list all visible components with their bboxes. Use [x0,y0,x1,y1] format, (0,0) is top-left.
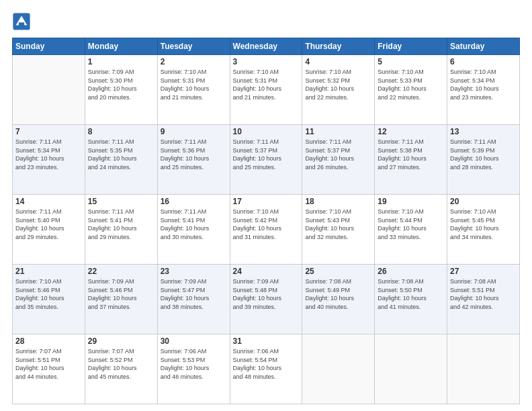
day-info: Sunrise: 7:09 AM Sunset: 5:48 PM Dayligh… [233,277,300,311]
header [12,12,520,31]
day-cell [447,334,520,404]
day-cell: 27Sunrise: 7:08 AM Sunset: 5:51 PM Dayli… [447,265,520,334]
day-number: 15 [88,197,154,206]
day-number: 31 [233,336,300,346]
day-number: 27 [450,267,517,276]
day-number: 11 [305,127,371,136]
day-cell: 25Sunrise: 7:08 AM Sunset: 5:49 PM Dayli… [302,265,375,334]
day-number: 5 [378,57,444,66]
weekday-wednesday: Wednesday [230,38,302,55]
day-info: Sunrise: 7:10 AM Sunset: 5:44 PM Dayligh… [378,208,444,241]
day-cell [13,55,85,125]
day-cell: 28Sunrise: 7:07 AM Sunset: 5:51 PM Dayli… [13,334,85,404]
day-number: 3 [233,57,300,66]
day-info: Sunrise: 7:09 AM Sunset: 5:47 PM Dayligh… [161,277,227,311]
day-cell: 20Sunrise: 7:10 AM Sunset: 5:45 PM Dayli… [447,195,520,265]
day-number: 22 [88,267,154,276]
day-number: 4 [305,57,371,66]
day-cell: 17Sunrise: 7:10 AM Sunset: 5:42 PM Dayli… [230,195,302,265]
day-info: Sunrise: 7:08 AM Sunset: 5:50 PM Dayligh… [378,277,444,311]
day-info: Sunrise: 7:08 AM Sunset: 5:51 PM Dayligh… [450,277,517,311]
day-cell: 6Sunrise: 7:10 AM Sunset: 5:34 PM Daylig… [447,55,520,125]
logo [12,12,34,31]
day-info: Sunrise: 7:07 AM Sunset: 5:51 PM Dayligh… [15,347,82,381]
day-cell: 2Sunrise: 7:10 AM Sunset: 5:31 PM Daylig… [157,55,230,125]
day-info: Sunrise: 7:11 AM Sunset: 5:35 PM Dayligh… [88,138,154,171]
day-cell: 22Sunrise: 7:09 AM Sunset: 5:46 PM Dayli… [85,265,157,334]
day-info: Sunrise: 7:10 AM Sunset: 5:45 PM Dayligh… [450,208,517,241]
svg-rect-2 [19,22,24,26]
day-info: Sunrise: 7:09 AM Sunset: 5:30 PM Dayligh… [88,68,154,101]
day-cell: 23Sunrise: 7:09 AM Sunset: 5:47 PM Dayli… [157,265,230,334]
day-number: 2 [161,57,227,66]
day-cell: 24Sunrise: 7:09 AM Sunset: 5:48 PM Dayli… [230,265,302,334]
day-info: Sunrise: 7:10 AM Sunset: 5:46 PM Dayligh… [15,277,82,311]
day-cell: 3Sunrise: 7:10 AM Sunset: 5:31 PM Daylig… [230,55,302,125]
logo-icon [12,12,31,31]
day-cell [375,334,447,404]
day-number: 25 [305,267,371,276]
day-info: Sunrise: 7:10 AM Sunset: 5:42 PM Dayligh… [233,208,300,241]
day-number: 7 [15,127,82,136]
day-number: 13 [450,127,517,136]
day-info: Sunrise: 7:06 AM Sunset: 5:53 PM Dayligh… [161,347,227,381]
day-number: 30 [161,336,227,346]
day-number: 9 [161,127,227,136]
day-info: Sunrise: 7:09 AM Sunset: 5:46 PM Dayligh… [88,277,154,311]
day-cell: 16Sunrise: 7:11 AM Sunset: 5:41 PM Dayli… [157,195,230,265]
day-info: Sunrise: 7:11 AM Sunset: 5:38 PM Dayligh… [378,138,444,171]
day-cell: 5Sunrise: 7:10 AM Sunset: 5:33 PM Daylig… [375,55,447,125]
day-cell: 9Sunrise: 7:11 AM Sunset: 5:36 PM Daylig… [157,125,230,195]
day-number: 17 [233,197,300,206]
day-cell: 8Sunrise: 7:11 AM Sunset: 5:35 PM Daylig… [85,125,157,195]
weekday-tuesday: Tuesday [157,38,230,55]
weekday-friday: Friday [375,38,447,55]
day-number: 1 [88,57,154,66]
day-number: 18 [305,197,371,206]
day-number: 8 [88,127,154,136]
day-cell: 13Sunrise: 7:11 AM Sunset: 5:39 PM Dayli… [447,125,520,195]
day-number: 26 [378,267,444,276]
day-number: 10 [233,127,300,136]
day-info: Sunrise: 7:08 AM Sunset: 5:49 PM Dayligh… [305,277,371,311]
day-info: Sunrise: 7:11 AM Sunset: 5:37 PM Dayligh… [305,138,371,171]
day-cell [302,334,375,404]
day-number: 23 [161,267,227,276]
week-row-5: 28Sunrise: 7:07 AM Sunset: 5:51 PM Dayli… [13,334,520,404]
day-info: Sunrise: 7:10 AM Sunset: 5:43 PM Dayligh… [305,208,371,241]
day-number: 21 [15,267,82,276]
day-info: Sunrise: 7:11 AM Sunset: 5:41 PM Dayligh… [88,208,154,241]
day-number: 29 [88,336,154,346]
day-cell: 11Sunrise: 7:11 AM Sunset: 5:37 PM Dayli… [302,125,375,195]
day-info: Sunrise: 7:11 AM Sunset: 5:41 PM Dayligh… [161,208,227,241]
day-cell: 26Sunrise: 7:08 AM Sunset: 5:50 PM Dayli… [375,265,447,334]
day-info: Sunrise: 7:10 AM Sunset: 5:31 PM Dayligh… [161,68,227,101]
week-row-1: 1Sunrise: 7:09 AM Sunset: 5:30 PM Daylig… [13,55,520,125]
day-info: Sunrise: 7:11 AM Sunset: 5:36 PM Dayligh… [161,138,227,171]
weekday-header-row: SundayMondayTuesdayWednesdayThursdayFrid… [13,38,520,55]
calendar-table: SundayMondayTuesdayWednesdayThursdayFrid… [12,38,520,404]
day-number: 19 [378,197,444,206]
day-info: Sunrise: 7:11 AM Sunset: 5:37 PM Dayligh… [233,138,300,171]
day-cell: 10Sunrise: 7:11 AM Sunset: 5:37 PM Dayli… [230,125,302,195]
day-number: 20 [450,197,517,206]
day-info: Sunrise: 7:06 AM Sunset: 5:54 PM Dayligh… [233,347,300,381]
day-number: 24 [233,267,300,276]
day-cell: 12Sunrise: 7:11 AM Sunset: 5:38 PM Dayli… [375,125,447,195]
day-info: Sunrise: 7:10 AM Sunset: 5:31 PM Dayligh… [233,68,300,101]
day-number: 16 [161,197,227,206]
day-cell: 4Sunrise: 7:10 AM Sunset: 5:32 PM Daylig… [302,55,375,125]
week-row-2: 7Sunrise: 7:11 AM Sunset: 5:34 PM Daylig… [13,125,520,195]
day-number: 12 [378,127,444,136]
weekday-sunday: Sunday [13,38,85,55]
day-info: Sunrise: 7:11 AM Sunset: 5:40 PM Dayligh… [15,208,82,241]
weekday-saturday: Saturday [447,38,520,55]
day-info: Sunrise: 7:11 AM Sunset: 5:34 PM Dayligh… [15,138,82,171]
day-number: 6 [450,57,517,66]
day-cell: 18Sunrise: 7:10 AM Sunset: 5:43 PM Dayli… [302,195,375,265]
day-cell: 15Sunrise: 7:11 AM Sunset: 5:41 PM Dayli… [85,195,157,265]
day-info: Sunrise: 7:10 AM Sunset: 5:34 PM Dayligh… [450,68,517,101]
day-cell: 14Sunrise: 7:11 AM Sunset: 5:40 PM Dayli… [13,195,85,265]
day-number: 28 [15,336,82,346]
day-info: Sunrise: 7:11 AM Sunset: 5:39 PM Dayligh… [450,138,517,171]
